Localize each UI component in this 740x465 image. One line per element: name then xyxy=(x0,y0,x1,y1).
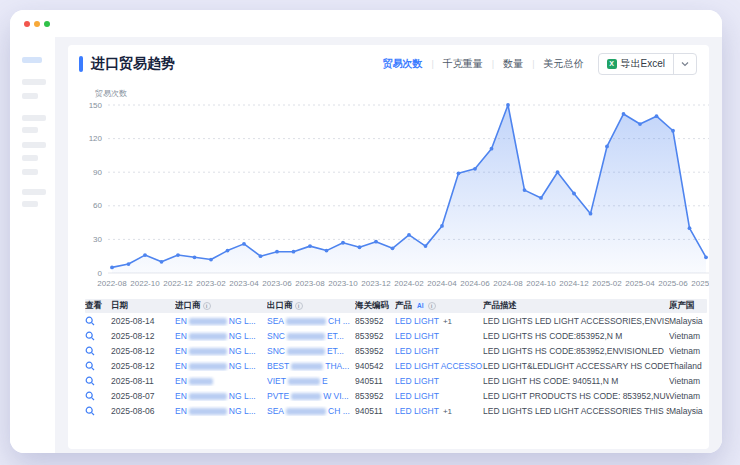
zoom-window-button[interactable] xyxy=(44,21,50,27)
table-row[interactable]: 2025-08-12ENNG L...BESTTHA...940542LED L… xyxy=(85,358,707,373)
shipments-table: 查看日期进口商i出口商i海关编码产品AIi产品描述原产国 2025-08-14E… xyxy=(85,299,707,418)
sidebar-item-active[interactable] xyxy=(22,57,42,63)
table-row[interactable]: 2025-08-07ENNG L...PVTEW VI...853952LED … xyxy=(85,388,707,403)
product-tag[interactable]: LED LIGHT xyxy=(395,376,483,386)
svg-text:60: 60 xyxy=(93,201,102,210)
importer-link[interactable]: EN xyxy=(175,376,267,386)
app-window: 进口贸易趋势 贸易次数|千克重量|数量|美元总价 X 导出Excel xyxy=(10,10,722,453)
hs-code: 940542 xyxy=(355,361,395,371)
svg-text:2022-12: 2022-12 xyxy=(163,279,193,288)
table-row[interactable]: 2025-08-12ENNG L...SNCET...853952LED LIG… xyxy=(85,328,707,343)
view-detail-button[interactable] xyxy=(85,406,111,416)
exporter-link[interactable]: PVTEW VI... xyxy=(267,391,355,401)
close-window-button[interactable] xyxy=(24,21,30,27)
table-row[interactable]: 2025-08-06ENNG L...SEACH ...940511LED LI… xyxy=(85,403,707,418)
redacted-text xyxy=(189,378,213,385)
importer-link[interactable]: ENNG L... xyxy=(175,316,267,326)
table-row[interactable]: 2025-08-12ENNG L...SNCET...853952LED LIG… xyxy=(85,343,707,358)
column-header: 原产国 xyxy=(669,300,707,312)
exporter-link[interactable]: VIETE xyxy=(267,376,355,386)
exporter-link[interactable]: SEACH ... xyxy=(267,406,355,416)
metric-tab[interactable]: 数量 xyxy=(501,57,525,71)
info-icon[interactable]: i xyxy=(203,302,211,310)
svg-text:2024-10: 2024-10 xyxy=(526,279,556,288)
view-detail-button[interactable] xyxy=(85,361,111,371)
minimize-window-button[interactable] xyxy=(34,21,40,27)
table-row[interactable]: 2025-08-14ENNG L...SEACH ...853952LED LI… xyxy=(85,313,707,328)
svg-text:90: 90 xyxy=(93,168,102,177)
product-tag[interactable]: LED LIGHT+1 xyxy=(395,406,483,416)
trend-card: 进口贸易趋势 贸易次数|千克重量|数量|美元总价 X 导出Excel xyxy=(68,45,709,449)
sidebar-item[interactable] xyxy=(22,169,38,175)
magnifier-icon xyxy=(85,361,95,371)
table-row[interactable]: 2025-08-11ENVIETE940511LED LIGHTLED LIGH… xyxy=(85,373,707,388)
hs-code: 853952 xyxy=(355,346,395,356)
product-tag[interactable]: LED LIGHT+1 xyxy=(395,316,483,326)
sidebar-item[interactable] xyxy=(22,155,38,161)
svg-text:2024-08: 2024-08 xyxy=(493,279,523,288)
metric-tab[interactable]: 贸易次数 xyxy=(381,57,425,71)
sidebar-item[interactable] xyxy=(22,93,38,99)
metric-tab[interactable]: 千克重量 xyxy=(441,57,485,71)
sidebar-item[interactable] xyxy=(22,115,46,121)
origin-country: Malaysia xyxy=(669,316,707,326)
importer-link[interactable]: ENNG L... xyxy=(175,346,267,356)
redacted-text xyxy=(189,363,227,370)
title-accent-bar xyxy=(79,56,83,72)
hs-code: 940511 xyxy=(355,406,395,416)
hs-code: 853952 xyxy=(355,316,395,326)
origin-country: Vietnam xyxy=(669,331,707,341)
svg-text:2023-10: 2023-10 xyxy=(328,279,358,288)
origin-country: Thailand xyxy=(669,361,707,371)
svg-text:2023-04: 2023-04 xyxy=(229,279,259,288)
importer-link[interactable]: ENNG L... xyxy=(175,391,267,401)
export-excel-button[interactable]: X 导出Excel xyxy=(599,54,673,74)
metric-tab[interactable]: 美元总价 xyxy=(542,57,586,71)
redacted-text xyxy=(291,363,323,370)
svg-text:2022-10: 2022-10 xyxy=(130,279,160,288)
redacted-text xyxy=(291,393,321,400)
importer-link[interactable]: ENNG L... xyxy=(175,331,267,341)
info-icon[interactable]: i xyxy=(295,302,303,310)
shipment-date: 2025-08-07 xyxy=(111,391,175,401)
svg-text:2025-08: 2025-08 xyxy=(691,279,709,288)
product-tag[interactable]: LED LIGHT ACCESSORY xyxy=(395,361,483,371)
svg-text:2025-04: 2025-04 xyxy=(625,279,655,288)
shipment-date: 2025-08-06 xyxy=(111,406,175,416)
export-dropdown-button[interactable] xyxy=(673,54,696,74)
svg-text:2023-08: 2023-08 xyxy=(295,279,325,288)
view-detail-button[interactable] xyxy=(85,376,111,386)
view-detail-button[interactable] xyxy=(85,346,111,356)
window-body: 进口贸易趋势 贸易次数|千克重量|数量|美元总价 X 导出Excel xyxy=(10,37,722,453)
redacted-text xyxy=(286,408,326,415)
sidebar-item[interactable] xyxy=(22,127,38,133)
shipment-date: 2025-08-14 xyxy=(111,316,175,326)
product-tag[interactable]: LED LIGHT xyxy=(395,391,483,401)
view-detail-button[interactable] xyxy=(85,331,111,341)
product-tag[interactable]: LED LIGHT xyxy=(395,346,483,356)
view-detail-button[interactable] xyxy=(85,316,111,326)
redacted-text xyxy=(189,393,227,400)
svg-text:2024-02: 2024-02 xyxy=(394,279,424,288)
importer-link[interactable]: ENNG L... xyxy=(175,361,267,371)
sidebar-item[interactable] xyxy=(22,189,46,195)
exporter-link[interactable]: SNCET... xyxy=(267,346,355,356)
card-header: 进口贸易趋势 贸易次数|千克重量|数量|美元总价 X 导出Excel xyxy=(68,45,709,83)
importer-link[interactable]: ENNG L... xyxy=(175,406,267,416)
main-content: 进口贸易趋势 贸易次数|千克重量|数量|美元总价 X 导出Excel xyxy=(55,37,722,453)
sidebar-item[interactable] xyxy=(22,142,46,148)
info-icon[interactable]: i xyxy=(428,302,436,310)
exporter-link[interactable]: BESTTHA... xyxy=(267,361,355,371)
svg-text:2025-02: 2025-02 xyxy=(592,279,622,288)
svg-text:0: 0 xyxy=(98,269,103,278)
exporter-link[interactable]: SNCET... xyxy=(267,331,355,341)
product-tag[interactable]: LED LIGHT xyxy=(395,331,483,341)
svg-text:30: 30 xyxy=(93,235,102,244)
sidebar-item[interactable] xyxy=(22,201,38,207)
chevron-down-icon xyxy=(681,61,689,67)
exporter-link[interactable]: SEACH ... xyxy=(267,316,355,326)
view-detail-button[interactable] xyxy=(85,391,111,401)
magnifier-icon xyxy=(85,406,95,416)
svg-text:2022-08: 2022-08 xyxy=(97,279,127,288)
sidebar-item[interactable] xyxy=(22,79,46,85)
